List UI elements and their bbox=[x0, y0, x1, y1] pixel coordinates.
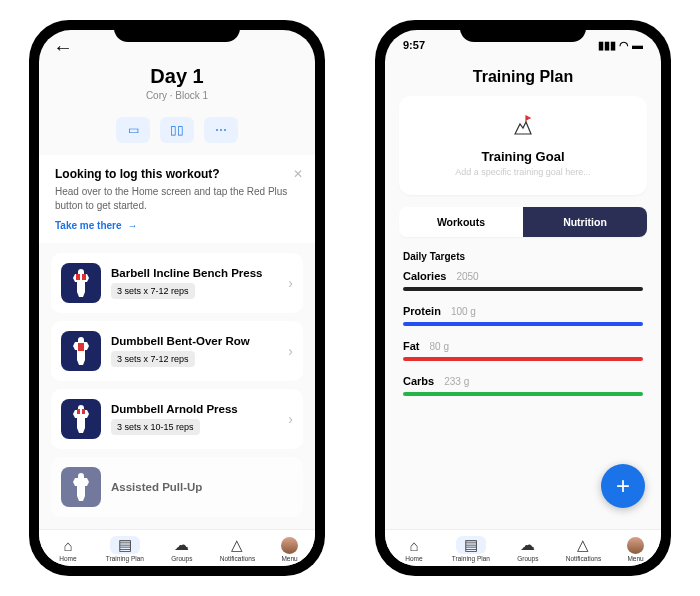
exercise-name: Dumbbell Bent-Over Row bbox=[111, 335, 278, 347]
chevron-right-icon: › bbox=[288, 411, 293, 427]
add-button[interactable]: + bbox=[601, 464, 645, 508]
exercise-thumbnail bbox=[61, 399, 101, 439]
page-subtitle: Cory · Block 1 bbox=[39, 90, 315, 101]
exercise-list: Barbell Incline Bench Press 3 sets x 7-1… bbox=[39, 243, 315, 527]
chevron-left-icon: ← bbox=[53, 36, 73, 58]
nav-label: Home bbox=[405, 555, 422, 562]
exercise-thumbnail bbox=[61, 263, 101, 303]
banner-link[interactable]: Take me there → bbox=[55, 220, 299, 231]
bottom-nav: ⌂ Home ▤ Training Plan ☁ Groups △ Notifi… bbox=[39, 529, 315, 566]
nav-menu[interactable]: Menu bbox=[281, 537, 298, 562]
segment-label: Nutrition bbox=[563, 216, 607, 228]
target-amount: 100 g bbox=[451, 306, 476, 317]
target-amount: 2050 bbox=[456, 271, 478, 282]
segment-nutrition[interactable]: Nutrition bbox=[523, 207, 647, 237]
target-protein[interactable]: Protein 100 g bbox=[403, 305, 643, 326]
nav-notifications[interactable]: △ Notifications bbox=[220, 536, 255, 562]
close-icon: ✕ bbox=[293, 167, 303, 181]
chevron-right-icon: › bbox=[288, 275, 293, 291]
segment-label: Workouts bbox=[437, 216, 485, 228]
target-amount: 80 g bbox=[430, 341, 449, 352]
exercise-tag: 3 sets x 10-15 reps bbox=[111, 419, 200, 435]
mountain-flag-icon bbox=[409, 114, 637, 141]
goal-placeholder: Add a specific training goal here... bbox=[409, 167, 637, 177]
more-icon: ⋯ bbox=[215, 123, 227, 137]
targets-list: Calories 2050 Protein 100 g Fat 80 g bbox=[385, 270, 661, 396]
exercise-row[interactable]: Assisted Pull-Up bbox=[51, 457, 303, 517]
exercise-row[interactable]: Barbell Incline Bench Press 3 sets x 7-1… bbox=[51, 253, 303, 313]
video-icon: ▭ bbox=[128, 123, 139, 137]
nav-label: Notifications bbox=[220, 555, 255, 562]
banner-title: Looking to log this workout? bbox=[55, 167, 299, 181]
exercise-row[interactable]: Dumbbell Bent-Over Row 3 sets x 7-12 rep… bbox=[51, 321, 303, 381]
nav-label: Home bbox=[59, 555, 76, 562]
target-name: Fat bbox=[403, 340, 420, 352]
nav-groups[interactable]: ☁ Groups bbox=[170, 536, 194, 562]
target-bar bbox=[403, 322, 643, 326]
page-title: Training Plan bbox=[385, 54, 661, 96]
notch bbox=[114, 20, 240, 42]
target-name: Calories bbox=[403, 270, 446, 282]
book-button[interactable]: ▯▯ bbox=[160, 117, 194, 143]
goal-title: Training Goal bbox=[409, 149, 637, 164]
banner-body: Head over to the Home screen and tap the… bbox=[55, 185, 299, 212]
video-button[interactable]: ▭ bbox=[116, 117, 150, 143]
target-name: Protein bbox=[403, 305, 441, 317]
more-button[interactable]: ⋯ bbox=[204, 117, 238, 143]
log-workout-banner: ✕ Looking to log this workout? Head over… bbox=[39, 155, 315, 243]
exercise-thumbnail bbox=[61, 331, 101, 371]
home-icon: ⌂ bbox=[56, 536, 80, 554]
nav-training-plan[interactable]: ▤ Training Plan bbox=[106, 536, 144, 562]
nav-label: Training Plan bbox=[106, 555, 144, 562]
nav-training-plan[interactable]: ▤ Training Plan bbox=[452, 536, 490, 562]
muscle-figure-icon bbox=[67, 403, 95, 435]
nav-home[interactable]: ⌂ Home bbox=[56, 536, 80, 562]
segment-workouts[interactable]: Workouts bbox=[399, 207, 523, 237]
exercise-name: Barbell Incline Bench Press bbox=[111, 267, 278, 279]
wifi-icon: ◠ bbox=[619, 39, 629, 52]
target-fat[interactable]: Fat 80 g bbox=[403, 340, 643, 361]
nav-label: Groups bbox=[171, 555, 192, 562]
screen-a: ← Day 1 Cory · Block 1 ▭ ▯▯ ⋯ ✕ Looking … bbox=[39, 30, 315, 566]
notch bbox=[460, 20, 586, 42]
plus-icon: + bbox=[616, 472, 630, 500]
muscle-figure-icon bbox=[67, 267, 95, 299]
nav-home[interactable]: ⌂ Home bbox=[402, 536, 426, 562]
avatar-icon bbox=[627, 537, 644, 554]
section-label: Daily Targets bbox=[385, 237, 661, 270]
muscle-figure-icon bbox=[67, 335, 95, 367]
target-calories[interactable]: Calories 2050 bbox=[403, 270, 643, 291]
target-bar bbox=[403, 357, 643, 361]
exercise-name: Dumbbell Arnold Press bbox=[111, 403, 278, 415]
exercise-name: Assisted Pull-Up bbox=[111, 481, 293, 493]
nav-label: Notifications bbox=[566, 555, 601, 562]
status-time: 9:57 bbox=[403, 39, 425, 51]
chat-icon: ☁ bbox=[516, 536, 540, 554]
exercise-tag: 3 sets x 7-12 reps bbox=[111, 283, 195, 299]
home-icon: ⌂ bbox=[402, 536, 426, 554]
book-icon: ▯▯ bbox=[170, 123, 184, 137]
exercise-row[interactable]: Dumbbell Arnold Press 3 sets x 10-15 rep… bbox=[51, 389, 303, 449]
target-bar bbox=[403, 392, 643, 396]
close-banner-button[interactable]: ✕ bbox=[293, 167, 303, 181]
screen-b: 9:57 ▮▮▮ ◠ ▬ Training Plan Training Goal… bbox=[385, 30, 661, 566]
nav-menu[interactable]: Menu bbox=[627, 537, 644, 562]
content-b: Training Plan Training Goal Add a specif… bbox=[385, 54, 661, 529]
avatar-icon bbox=[281, 537, 298, 554]
signal-icon: ▮▮▮ bbox=[598, 39, 616, 52]
nav-label: Training Plan bbox=[452, 555, 490, 562]
segment-control: Workouts Nutrition bbox=[399, 207, 647, 237]
status-icons: ▮▮▮ ◠ ▬ bbox=[598, 39, 643, 52]
clipboard-icon: ▤ bbox=[456, 536, 486, 554]
clipboard-icon: ▤ bbox=[110, 536, 140, 554]
exercise-thumbnail bbox=[61, 467, 101, 507]
battery-icon: ▬ bbox=[632, 39, 643, 51]
nav-label: Menu bbox=[627, 555, 643, 562]
nav-notifications[interactable]: △ Notifications bbox=[566, 536, 601, 562]
target-carbs[interactable]: Carbs 233 g bbox=[403, 375, 643, 396]
training-goal-card[interactable]: Training Goal Add a specific training go… bbox=[399, 96, 647, 195]
bottom-nav: ⌂ Home ▤ Training Plan ☁ Groups △ Notifi… bbox=[385, 529, 661, 566]
target-name: Carbs bbox=[403, 375, 434, 387]
nav-groups[interactable]: ☁ Groups bbox=[516, 536, 540, 562]
phone-mockup-b: 9:57 ▮▮▮ ◠ ▬ Training Plan Training Goal… bbox=[375, 20, 671, 576]
